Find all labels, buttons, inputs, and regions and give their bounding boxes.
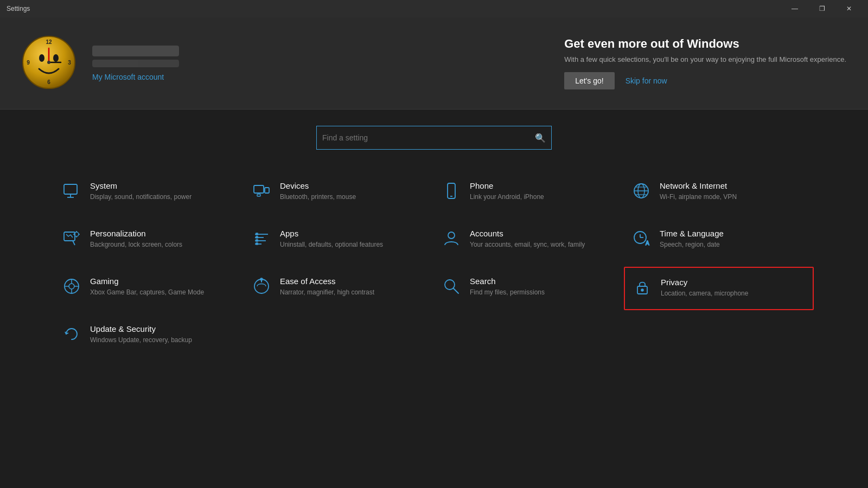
system-text: System Display, sound, notifications, po… [90,181,192,202]
setting-item-apps[interactable]: Apps Uninstall, defaults, optional featu… [244,219,434,262]
setting-item-gaming[interactable]: Gaming Xbox Game Bar, captures, Game Mod… [54,267,244,310]
apps-icon [252,229,271,248]
network-icon [631,181,651,201]
svg-line-52 [454,288,458,293]
setting-item-accounts[interactable]: Accounts Your accounts, email, sync, wor… [434,219,624,262]
setting-item-time[interactable]: A Time & Language Speech, region, date [624,219,814,262]
system-icon [62,181,81,201]
gaming-text: Gaming Xbox Game Bar, captures, Game Mod… [90,277,204,297]
svg-point-9 [47,61,50,64]
search-icon-button[interactable]: 🔍 [535,133,546,143]
avatar: 12 3 6 9 [22,35,76,89]
close-button[interactable]: ✕ [837,0,861,17]
svg-text:12: 12 [46,39,52,45]
promo-buttons: Let's go! Skip for now [564,72,846,89]
gaming-name: Gaming [90,277,204,286]
svg-rect-33 [256,233,258,235]
accounts-text: Accounts Your accounts, email, sync, wor… [470,229,585,249]
personalization-desc: Background, lock screen, colors [90,240,182,249]
apps-desc: Uninstall, defaults, optional features [280,240,383,249]
update-text: Update & Security Windows Update, recove… [90,324,192,345]
time-icon: A [631,229,651,248]
setting-item-system[interactable]: System Display, sound, notifications, po… [54,171,244,215]
letsgo-button[interactable]: Let's go! [564,72,615,89]
ms-account-link[interactable]: My Microsoft account [92,73,179,81]
svg-text:3: 3 [68,60,71,66]
app-title: Settings [7,5,30,12]
svg-rect-35 [256,240,258,241]
setting-item-ease[interactable]: Ease of Access Narrator, magnifier, high… [244,267,434,310]
setting-item-search[interactable]: Search Find my files, permissions [434,267,624,310]
apps-name: Apps [280,229,383,238]
accounts-icon [442,229,461,248]
search-icon [442,277,461,296]
setting-item-network[interactable]: Network & Internet Wi-Fi, airplane mode,… [624,171,814,215]
svg-point-50 [260,278,263,280]
system-name: System [90,181,192,190]
search-box: 🔍 [316,126,552,150]
setting-item-personalization[interactable]: Personalization Background, lock screen,… [54,219,244,262]
svg-rect-34 [256,236,258,238]
time-desc: Speech, region, date [660,240,724,249]
svg-point-54 [641,289,643,291]
privacy-text: Privacy Location, camera, microphone [661,278,748,298]
devices-icon [252,181,271,201]
user-info: My Microsoft account [92,46,179,81]
update-icon [62,324,81,344]
svg-rect-13 [254,185,264,193]
setting-item-devices[interactable]: Devices Bluetooth, printers, mouse [244,171,434,215]
ease-desc: Narrator, magnifier, high contrast [280,288,374,297]
personalization-name: Personalization [90,229,182,238]
avatar-container: 12 3 6 9 [22,35,76,92]
gaming-icon [62,277,81,296]
svg-rect-10 [64,184,77,194]
promo-title: Get even more out of Windows [564,37,846,51]
promo-subtitle: With a few quick selections, you'll be o… [564,55,846,63]
svg-rect-14 [265,188,269,193]
svg-text:6: 6 [47,79,50,85]
setting-item-privacy[interactable]: Privacy Location, camera, microphone [624,267,814,310]
apps-text: Apps Uninstall, defaults, optional featu… [280,229,383,249]
search-area: 🔍 [0,110,868,160]
skip-button[interactable]: Skip for now [626,76,667,85]
privacy-icon [633,278,652,297]
window-controls: — ❐ ✕ [782,0,861,17]
phone-icon [442,181,461,201]
system-desc: Display, sound, notifications, power [90,192,192,202]
personalization-text: Personalization Background, lock screen,… [90,229,182,249]
search-input[interactable] [322,133,535,142]
svg-point-43 [69,284,74,289]
minimize-button[interactable]: — [782,0,807,17]
svg-text:9: 9 [27,60,30,66]
setting-item-update[interactable]: Update & Security Windows Update, recove… [54,314,244,358]
user-name [92,46,179,56]
svg-rect-15 [257,194,260,196]
network-text: Network & Internet Wi-Fi, airplane mode,… [660,181,737,202]
maximize-button[interactable]: ❐ [809,0,834,17]
devices-text: Devices Bluetooth, printers, mouse [280,181,356,202]
phone-desc: Link your Android, iPhone [470,192,544,202]
ease-name: Ease of Access [280,277,374,286]
phone-name: Phone [470,181,544,190]
privacy-name: Privacy [661,278,748,287]
search-name: Search [470,277,545,286]
update-name: Update & Security [90,324,192,333]
svg-rect-23 [64,232,75,241]
setting-item-phone[interactable]: Phone Link your Android, iPhone [434,171,624,215]
devices-desc: Bluetooth, printers, mouse [280,192,356,202]
update-desc: Windows Update, recovery, backup [90,336,192,345]
network-name: Network & Internet [660,181,737,190]
svg-point-37 [448,232,455,239]
time-text: Time & Language Speech, region, date [660,229,724,249]
search-text: Search Find my files, permissions [470,277,545,297]
devices-name: Devices [280,181,356,190]
ease-text: Ease of Access Narrator, magnifier, high… [280,277,374,297]
svg-text:A: A [646,240,649,246]
personalization-icon [62,229,81,248]
svg-point-6 [53,54,59,62]
settings-grid: System Display, sound, notifications, po… [0,160,868,369]
svg-rect-36 [256,243,258,245]
search-desc: Find my files, permissions [470,288,545,297]
accounts-name: Accounts [470,229,585,238]
time-name: Time & Language [660,229,724,238]
